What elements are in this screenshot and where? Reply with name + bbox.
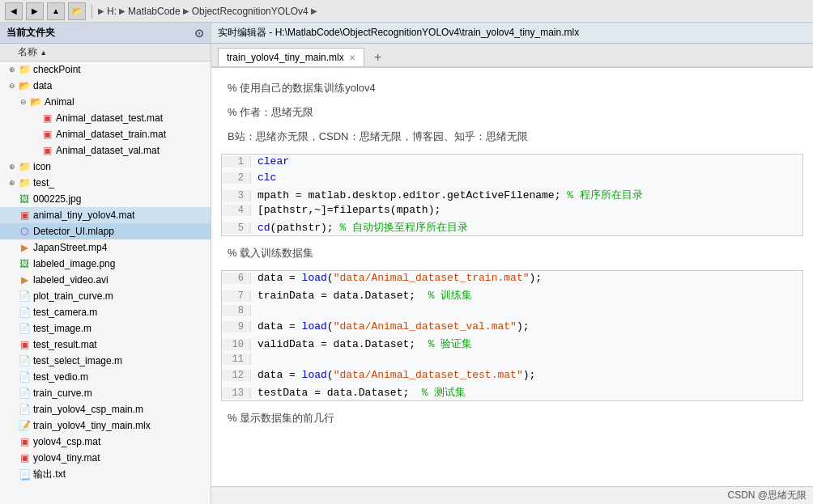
list-item[interactable]: ⊕ 📁 test_: [0, 175, 211, 191]
no-expand: [6, 226, 18, 237]
m-icon: 📄: [18, 322, 31, 335]
comment-line-3: B站：思绪亦无限，CSDN：思绪无限，博客园、知乎：思绪无限: [211, 125, 813, 149]
list-item[interactable]: 📄 test_select_image.m: [0, 353, 211, 369]
up-btn[interactable]: ▲: [47, 2, 65, 20]
item-label: test_vedio.m: [33, 371, 88, 383]
line-content: data = load("data/Animal_dataset_test.ma…: [251, 368, 542, 382]
line-number: 8: [222, 305, 251, 316]
editor-area: 实时编辑器 - H:\MatlabCode\ObjectRecognitionY…: [211, 23, 813, 504]
list-item[interactable]: ⊕ 📁 checkPoint: [0, 61, 211, 78]
expand-icon[interactable]: ⊕: [6, 177, 18, 188]
list-item[interactable]: 📃 输出.txt: [0, 466, 211, 483]
sidebar: 当前文件夹 ⊙ 名称 ▲ ⊕ 📁 checkPoint ⊖ 📂 data: [0, 23, 211, 504]
breadcrumb-h[interactable]: H:: [107, 6, 117, 17]
main-area: 当前文件夹 ⊙ 名称 ▲ ⊕ 📁 checkPoint ⊖ 📂 data: [0, 23, 813, 504]
mat-icon: ▣: [18, 435, 31, 448]
line-number: 6: [222, 273, 251, 284]
item-label: train_yolov4_tiny_main.mlx: [33, 420, 151, 431]
m-icon: 📄: [18, 290, 31, 303]
list-item[interactable]: 📄 test_camera.m: [0, 304, 211, 320]
list-item[interactable]: ▣ Animal_dataset_val.mat: [0, 142, 211, 159]
m-icon: 📄: [18, 371, 31, 383]
list-item[interactable]: 🖼 000225.jpg: [0, 191, 211, 207]
back-btn[interactable]: ◀: [5, 2, 23, 20]
mat-icon: ▣: [40, 112, 53, 125]
line-content: trainData = data.Dataset; % 训练集: [251, 287, 479, 303]
code-line: 9 data = load("data/Animal_dataset_val.m…: [222, 320, 802, 336]
comment-text-3: B站：思绪亦无限，CSDN：思绪无限，博客园、知乎：思绪无限: [228, 130, 528, 142]
list-item[interactable]: ▣ yolov4_tiny.mat: [0, 450, 211, 466]
list-item[interactable]: 📝 train_yolov4_tiny_main.mlx: [0, 417, 211, 434]
breadcrumb-project[interactable]: ObjectRecognitionYOLOv4: [192, 6, 309, 17]
breadcrumb-sep1: ▶: [119, 6, 126, 15]
list-item[interactable]: ▣ yolov4_csp.mat: [0, 434, 211, 450]
editor-content[interactable]: % 使用自己的数据集训练yolov4 % 作者：思绪无限 B站：思绪亦无限，CS…: [211, 68, 813, 486]
code-line: 2 clc: [222, 171, 802, 187]
item-label: checkPoint: [33, 64, 81, 75]
code-line: 5 cd(pathstr); % 自动切换至程序所在目录: [222, 219, 802, 235]
item-label: 000225.jpg: [33, 193, 81, 205]
code-line: 3 mpath = matlab.desktop.editor.getActiv…: [222, 187, 802, 203]
code-line: 6 data = load("data/Animal_dataset_train…: [222, 271, 802, 287]
list-item[interactable]: ▣ animal_tiny_yolov4.mat: [0, 207, 211, 223]
list-item[interactable]: ⬡ Detector_UI.mlapp: [0, 223, 211, 239]
list-item[interactable]: 📄 train_yolov4_csp_main.m: [0, 401, 211, 417]
comment-display: % 显示数据集的前几行: [211, 406, 813, 430]
no-expand: [6, 355, 18, 366]
sidebar-tree[interactable]: ⊕ 📁 checkPoint ⊖ 📂 data ⊖ 📂 Animal: [0, 61, 211, 504]
tab-label: train_yolov4_tiny_main.mlx: [227, 52, 344, 63]
breadcrumb-matlab[interactable]: MatlabCode: [128, 6, 181, 17]
list-item[interactable]: ⊖ 📂 data: [0, 78, 211, 94]
mat-icon: ▣: [18, 451, 31, 464]
line-content: validData = data.Dataset; % 验证集: [251, 336, 479, 352]
expand-icon[interactable]: ⊕: [6, 64, 18, 75]
list-item[interactable]: 📄 test_image.m: [0, 320, 211, 337]
folder-icon: 📁: [18, 160, 31, 173]
forward-btn[interactable]: ▶: [26, 2, 44, 20]
item-label: Animal_dataset_test.mat: [56, 112, 163, 124]
item-label: test_camera.m: [33, 307, 97, 318]
no-expand: [6, 420, 18, 431]
item-label: train_yolov4_csp_main.m: [33, 404, 143, 415]
comment-display-text: % 显示数据集的前几行: [228, 412, 334, 424]
list-item[interactable]: ⊖ 📂 Animal: [0, 94, 211, 110]
no-expand: [6, 193, 18, 205]
mlapp-icon: ⬡: [18, 225, 31, 238]
no-expand: [6, 436, 18, 447]
no-expand: [6, 404, 18, 415]
expand-icon[interactable]: ⊕: [6, 161, 18, 172]
editor-tabs: train_yolov4_tiny_main.mlx ✕ +: [211, 44, 813, 68]
active-tab[interactable]: train_yolov4_tiny_main.mlx ✕: [218, 48, 364, 66]
list-item[interactable]: ▣ Animal_dataset_test.mat: [0, 110, 211, 126]
footer-credit: CSDN @思绪无限: [727, 489, 807, 502]
new-tab-button[interactable]: +: [369, 49, 387, 66]
mp4-icon: ▶: [18, 241, 31, 254]
expand-icon[interactable]: ⊖: [6, 80, 18, 91]
no-expand: [6, 290, 18, 302]
editor-title-label: 实时编辑器 - H:\MatlabCode\ObjectRecognitionY…: [218, 27, 579, 38]
no-expand: [6, 307, 18, 318]
line-number: 3: [222, 190, 251, 201]
expand-icon[interactable]: ⊖: [18, 96, 29, 108]
list-item[interactable]: ▶ labeled_video.avi: [0, 272, 211, 288]
no-expand: [6, 274, 18, 286]
line-content: data = load("data/Animal_dataset_train.m…: [251, 271, 548, 285]
code-line: 10 validData = data.Dataset; % 验证集: [222, 336, 802, 352]
list-item[interactable]: ▣ Animal_dataset_train.mat: [0, 126, 211, 142]
list-item[interactable]: 📄 test_vedio.m: [0, 369, 211, 385]
code-line: 7 trainData = data.Dataset; % 训练集: [222, 287, 802, 303]
list-item[interactable]: 📄 plot_train_curve.m: [0, 288, 211, 304]
browse-btn[interactable]: 📂: [68, 2, 86, 20]
list-item[interactable]: 📄 train_curve.m: [0, 385, 211, 401]
list-item[interactable]: ▶ JapanStreet.mp4: [0, 239, 211, 256]
txt-icon: 📃: [18, 468, 31, 481]
list-item[interactable]: 🖼 labeled_image.png: [0, 256, 211, 272]
list-item[interactable]: ▣ test_result.mat: [0, 337, 211, 353]
tab-close-icon[interactable]: ✕: [349, 53, 355, 62]
code-line: 8: [222, 303, 802, 320]
sidebar-collapse-icon[interactable]: ⊙: [194, 27, 204, 40]
item-label: labeled_image.png: [33, 258, 115, 269]
col-name-label: 名称: [18, 46, 37, 57]
list-item[interactable]: ⊕ 📁 icon: [0, 159, 211, 175]
mlx-icon: 📝: [18, 419, 31, 432]
